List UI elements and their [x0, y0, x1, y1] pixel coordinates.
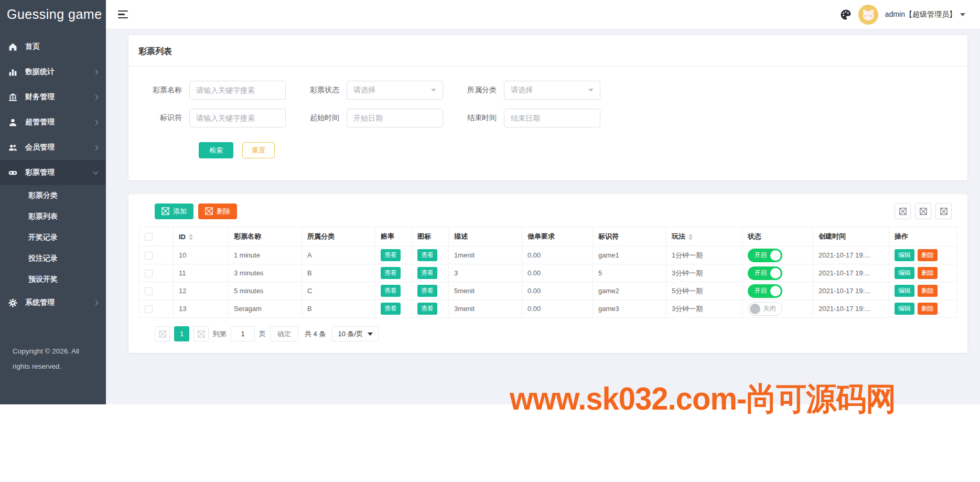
- sidebar-item-label: 超管管理: [25, 117, 94, 127]
- view-icon-button[interactable]: 查看: [417, 303, 437, 315]
- chevron-right-icon: [93, 69, 99, 74]
- sidebar-item-system[interactable]: 系统管理: [0, 290, 106, 315]
- edit-button[interactable]: 编辑: [895, 249, 914, 261]
- search-button[interactable]: 检索: [199, 142, 233, 158]
- page-size-select[interactable]: 10 条/页: [332, 326, 379, 341]
- caret-down-icon: [960, 13, 965, 16]
- sidebar-item-statistics[interactable]: 数据统计: [0, 59, 106, 84]
- prev-page-button[interactable]: [155, 326, 170, 341]
- chevron-right-icon: [93, 300, 99, 305]
- broken-image-icon: [198, 330, 205, 338]
- sidebar-subitem-preset-draw[interactable]: 预设开奖: [0, 269, 106, 290]
- home-icon: [8, 42, 17, 51]
- row-delete-button[interactable]: 删除: [918, 285, 938, 297]
- col-status: 状态: [742, 227, 813, 247]
- status-toggle[interactable]: 开启: [748, 249, 782, 262]
- select-all-checkbox[interactable]: [145, 233, 153, 241]
- user-name-label: admin【超级管理员】: [885, 10, 956, 19]
- sidebar-item-label: 彩票管理: [25, 168, 94, 177]
- row-delete-button[interactable]: 删除: [918, 303, 938, 315]
- view-icon-button[interactable]: 查看: [417, 285, 437, 297]
- identifier-input[interactable]: [196, 114, 279, 122]
- row-checkbox[interactable]: [145, 305, 153, 313]
- user-avatar[interactable]: [858, 5, 878, 25]
- sidebar-subitem-lottery-category[interactable]: 彩票分类: [0, 185, 106, 206]
- sidebar-item-label: 会员管理: [25, 143, 94, 152]
- table-tool-button-3[interactable]: [935, 203, 952, 219]
- sidebar-item-superadmin[interactable]: 超管管理: [0, 110, 106, 135]
- view-icon-button[interactable]: 查看: [417, 267, 437, 279]
- view-odds-button[interactable]: 查看: [381, 249, 401, 261]
- category-select[interactable]: 请选择: [504, 81, 600, 100]
- view-odds-button[interactable]: 查看: [381, 267, 401, 279]
- theme-palette-icon[interactable]: [840, 9, 852, 20]
- view-odds-button[interactable]: 查看: [381, 303, 401, 315]
- goto-confirm-button[interactable]: 确定: [270, 326, 298, 341]
- sort-icon[interactable]: [189, 234, 193, 240]
- goto-page-input[interactable]: [231, 326, 255, 341]
- row-checkbox[interactable]: [145, 287, 153, 295]
- reset-button[interactable]: 重置: [242, 142, 275, 158]
- edit-button[interactable]: 编辑: [895, 267, 914, 279]
- col-icon: 图标: [412, 227, 449, 247]
- next-page-button[interactable]: [193, 326, 209, 341]
- add-button[interactable]: 添加: [155, 203, 193, 219]
- row-checkbox[interactable]: [145, 270, 153, 277]
- row-checkbox[interactable]: [145, 252, 153, 260]
- table-tool-button-2[interactable]: [915, 203, 931, 219]
- view-odds-button[interactable]: 查看: [381, 285, 401, 297]
- col-created: 创建时间: [813, 227, 889, 247]
- sidebar-subitem-lottery-list[interactable]: 彩票列表: [0, 206, 106, 227]
- filter-label-start-time: 起始时间: [286, 113, 347, 123]
- delete-button[interactable]: 删除: [198, 203, 237, 219]
- sidebar-subitem-bet-records[interactable]: 投注记录: [0, 248, 106, 269]
- table-toolbar: 添加 删除: [155, 203, 952, 219]
- user-icon: [8, 118, 17, 127]
- status-toggle[interactable]: 关闭: [748, 302, 782, 316]
- status-toggle[interactable]: 开启: [748, 266, 782, 280]
- sidebar-subitem-draw-records[interactable]: 开奖记录: [0, 227, 106, 248]
- lottery-name-input[interactable]: [196, 86, 279, 94]
- end-date-input[interactable]: [511, 114, 594, 122]
- chevron-right-icon: [93, 94, 99, 100]
- col-odds: 赔率: [375, 227, 412, 247]
- user-menu[interactable]: admin【超级管理员】: [885, 10, 965, 19]
- row-delete-button[interactable]: 删除: [918, 267, 938, 279]
- col-category: 所属分类: [302, 227, 375, 247]
- status-toggle[interactable]: 开启: [748, 284, 782, 298]
- page-number-button[interactable]: 1: [174, 326, 189, 341]
- table-tool-button-1[interactable]: [895, 203, 911, 219]
- col-order-requirement: 做单要求: [522, 227, 593, 247]
- pagination: 1 到第 页 确定 共 4 条 10 条/页: [155, 326, 957, 341]
- broken-image-icon: [920, 208, 927, 215]
- sidebar-item-label: 系统管理: [25, 298, 94, 307]
- edit-button[interactable]: 编辑: [895, 285, 914, 297]
- chart-icon: [8, 68, 17, 77]
- view-icon-button[interactable]: 查看: [417, 249, 437, 261]
- sort-icon[interactable]: [688, 234, 693, 240]
- row-delete-button[interactable]: 删除: [918, 249, 938, 261]
- col-identifier: 标识符: [593, 227, 666, 247]
- sidebar-item-label: 数据统计: [25, 67, 94, 77]
- start-date-input[interactable]: [353, 114, 436, 122]
- sidebar-item-lottery[interactable]: 彩票管理: [0, 160, 106, 185]
- lottery-table: ID 彩票名称 所属分类 赔率 图标 描述 做单要求 标识符 玩法 状态 创建时…: [139, 227, 957, 318]
- goto-prefix-label: 到第: [213, 329, 227, 339]
- sidebar-item-finance[interactable]: 财务管理: [0, 84, 106, 110]
- admin-app: Guessing game 首页 数据统计 财务管理: [0, 0, 980, 404]
- watermark: www.sk032.com-尚可源码网: [510, 378, 896, 420]
- filter-form: 彩票名称 彩票状态 请选择 所属分类: [128, 67, 967, 180]
- sidebar: Guessing game 首页 数据统计 财务管理: [0, 0, 106, 404]
- col-play: 玩法: [672, 232, 685, 240]
- goto-suffix-label: 页: [259, 329, 266, 339]
- broken-image-icon: [940, 208, 947, 215]
- sidebar-collapse-icon[interactable]: [118, 10, 128, 18]
- sidebar-item-members[interactable]: 会员管理: [0, 135, 106, 160]
- table-row: 12 5 minutes C 查看 查看 5menit 0.00 game2 5…: [139, 282, 957, 300]
- chevron-right-icon: [93, 145, 99, 150]
- table-row: 13 Seragam B 查看 查看 3menit 0.00 game3 3分钟…: [139, 300, 957, 318]
- edit-button[interactable]: 编辑: [895, 303, 914, 315]
- select-caret-icon: [431, 89, 436, 92]
- sidebar-item-home[interactable]: 首页: [0, 34, 106, 59]
- lottery-status-select[interactable]: 请选择: [347, 81, 443, 100]
